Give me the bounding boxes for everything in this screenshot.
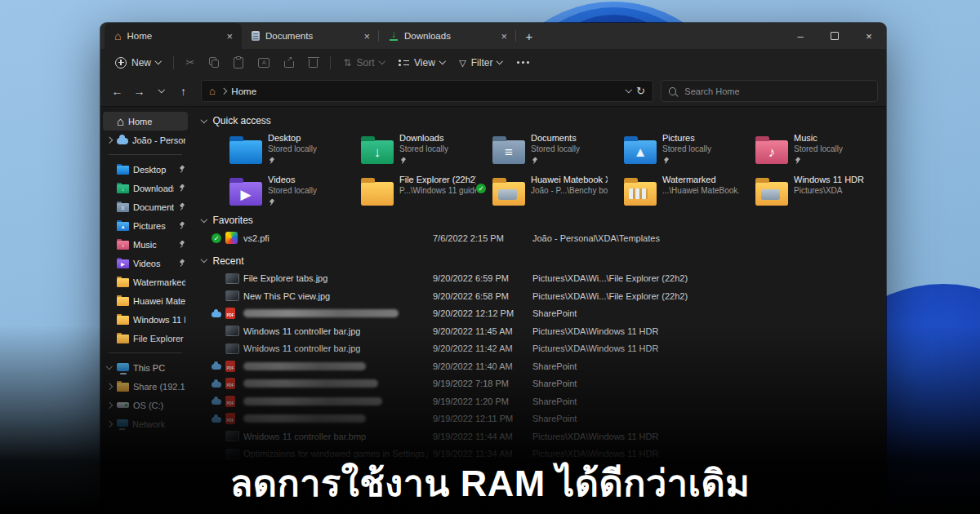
tab-icon [252, 31, 260, 41]
quick-access-tile[interactable]: Watermarked ...\Huawei MateBook... [608, 175, 739, 206]
forward-button[interactable]: → [129, 81, 149, 101]
section-title: Recent [213, 255, 244, 267]
sidebar-item-label: Home [128, 117, 185, 126]
sidebar-item[interactable]: Windows 11 HDR [103, 310, 188, 329]
quick-access-tile[interactable]: Downloads Stored locally [345, 133, 476, 165]
recent-locations-button[interactable] [151, 81, 172, 101]
search-box[interactable] [661, 80, 878, 102]
file-row[interactable]: Wnidows 11 controller bar.jpg 9/20/2022 … [190, 340, 886, 358]
tab-icon [114, 30, 121, 42]
quick-access-tile[interactable]: Music Stored locally [739, 133, 871, 165]
copy-button[interactable] [203, 53, 225, 73]
sidebar-item[interactable]: File Explorer (22h2) [103, 329, 188, 348]
sidebar-item[interactable]: Home [103, 112, 188, 131]
sidebar-item[interactable]: This PC [103, 358, 188, 377]
sidebar-item[interactable]: Watermarked [103, 273, 188, 291]
more-options-button[interactable] [510, 53, 536, 73]
minimize-button[interactable]: – [783, 23, 817, 49]
collapse-chevron-icon[interactable] [106, 363, 113, 370]
tab[interactable]: Documents × [242, 23, 379, 49]
sidebar-item-icon [117, 335, 129, 343]
file-row[interactable]: vs2.pfi 7/6/2022 2:15 PM João - Personal… [190, 229, 886, 247]
quick-access-tile[interactable]: Pictures Stored locally [608, 133, 739, 165]
section-chevron-icon[interactable] [201, 216, 207, 223]
tile-subtitle: Stored locally [794, 144, 843, 153]
search-input[interactable] [683, 86, 870, 97]
file-row[interactable]: 9/20/2022 11:40 AM SharePoint [190, 357, 886, 375]
back-button[interactable]: ← [107, 81, 127, 101]
file-date: 9/20/2022 11:42 AM [433, 343, 532, 353]
sidebar-item[interactable]: Music [103, 235, 188, 254]
quick-access-tile[interactable]: Desktop Stored locally [213, 133, 345, 165]
sidebar-item[interactable]: Huawei Matebook [103, 291, 188, 310]
file-row[interactable]: 9/20/2022 12:12 PM SharePoint [190, 305, 886, 323]
sidebar-item[interactable]: Videos [103, 254, 188, 273]
sidebar-item-icon [117, 278, 129, 287]
address-bar[interactable]: Home [201, 80, 653, 102]
filter-funnel-icon [459, 57, 466, 69]
expand-chevron-icon[interactable] [106, 383, 113, 390]
quick-access-tile[interactable]: Huawei Matebook X ... João - P...\Benchy… [476, 175, 608, 206]
file-row[interactable]: 9/19/2022 1:20 PM SharePoint [190, 392, 886, 410]
address-dropdown-icon[interactable] [625, 86, 631, 93]
expand-chevron-icon[interactable] [106, 402, 113, 409]
tab[interactable]: Downloads × [379, 23, 516, 49]
close-button[interactable]: × [852, 23, 886, 49]
refresh-icon[interactable] [636, 85, 645, 97]
file-date: 9/19/2022 1:20 PM [433, 397, 532, 406]
favorites-header[interactable]: Favorites [202, 215, 886, 226]
tile-subtitle: Stored locally [268, 144, 317, 153]
share-button[interactable] [278, 53, 301, 73]
file-row[interactable]: 9/19/2022 12:11 PM SharePoint [190, 410, 886, 428]
quick-access-header[interactable]: Quick access [202, 115, 886, 126]
quick-access-tile[interactable]: Windows 11 HDR Pictures\XDA [739, 175, 871, 206]
sidebar-item[interactable]: Pictures [103, 216, 188, 235]
quick-access-tile[interactable]: Documents Stored locally [476, 133, 608, 165]
sidebar-divider [109, 154, 182, 155]
tab-close-button[interactable]: × [497, 31, 510, 42]
sidebar-item[interactable]: Downloads [103, 179, 188, 197]
expand-chevron-icon[interactable] [106, 137, 113, 144]
quick-access-tile[interactable]: File Explorer (22h2) P...\Windows 11 gui… [345, 175, 476, 206]
sidebar-item[interactable]: João - Personal [103, 131, 188, 149]
new-tab-button[interactable]: + [516, 23, 542, 49]
sidebar-item[interactable]: Desktop [103, 160, 188, 179]
section-chevron-icon[interactable] [201, 256, 207, 263]
file-row[interactable]: 9/19/2022 7:18 PM SharePoint [190, 375, 886, 393]
filter-button[interactable]: Filter [452, 53, 509, 73]
delete-button[interactable] [302, 53, 324, 73]
tile-folder-icon [361, 140, 394, 164]
chevron-down-icon [158, 86, 165, 93]
sidebar-item[interactable]: Documents [103, 197, 188, 216]
section-chevron-icon[interactable] [201, 117, 207, 123]
rename-button[interactable] [252, 53, 276, 73]
tile-name: Desktop [268, 133, 317, 143]
cut-button[interactable] [180, 53, 202, 73]
view-button[interactable]: View [392, 53, 451, 73]
file-date: 9/20/2022 6:59 PM [433, 273, 532, 283]
new-button[interactable]: New [109, 53, 167, 73]
tab[interactable]: Home × [105, 23, 242, 49]
up-button[interactable]: ↑ [173, 81, 194, 101]
recent-header[interactable]: Recent [202, 255, 886, 267]
sort-button[interactable]: Sort [336, 53, 390, 73]
back-arrow-icon: ← [112, 85, 123, 98]
file-row[interactable]: Wnidows 11 controller bar.bmp 9/19/2022 … [190, 428, 886, 445]
pin-icon [268, 157, 275, 165]
expand-chevron-icon[interactable] [106, 421, 113, 428]
sidebar-item[interactable]: Share (192.168.192 [103, 377, 188, 396]
maximize-button[interactable] [817, 23, 852, 49]
tab-close-button[interactable]: × [223, 31, 236, 42]
file-row[interactable]: Windows 11 controller bar.jpg 9/20/2022 … [190, 322, 886, 340]
file-name: New This PC view.jpg [243, 291, 330, 301]
paste-button[interactable] [227, 53, 250, 73]
file-icon [225, 232, 238, 244]
quick-access-tile[interactable]: Videos Stored locally [213, 175, 345, 206]
file-date: 9/20/2022 11:40 AM [433, 361, 532, 371]
tab-close-button[interactable]: × [360, 31, 373, 42]
sidebar-item[interactable]: OS (C:) [103, 396, 188, 414]
file-row[interactable]: File Explorer tabs.jpg 9/20/2022 6:59 PM… [190, 270, 886, 288]
pin-icon [662, 157, 670, 165]
file-row[interactable]: New This PC view.jpg 9/20/2022 6:58 PM P… [190, 287, 886, 305]
sidebar-item[interactable]: Network [103, 414, 188, 433]
